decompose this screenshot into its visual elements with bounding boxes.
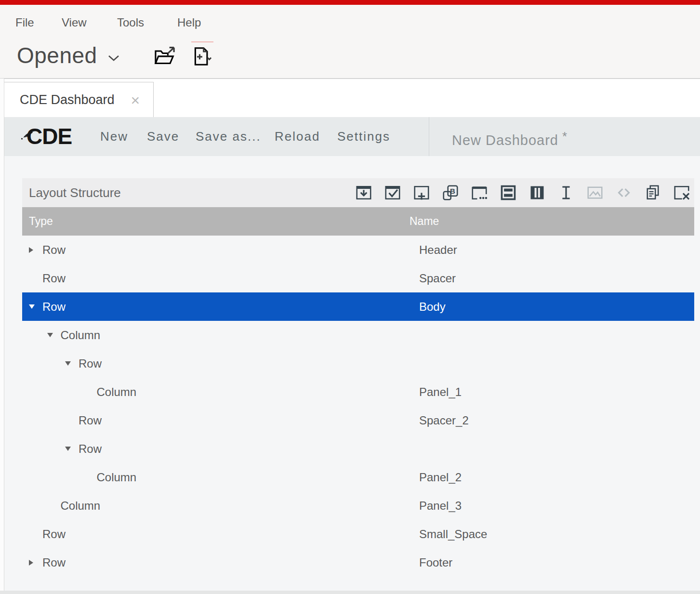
caret-icon — [47, 502, 57, 509]
tree-row[interactable]: Row — [22, 349, 694, 378]
tree-row-name: Body — [419, 292, 446, 321]
tree-table-header: Type Name — [22, 207, 694, 236]
tree-row-name: Spacer — [419, 264, 456, 292]
caret-icon[interactable] — [29, 304, 39, 310]
tree-row[interactable]: Row Body — [22, 292, 694, 321]
tree-row-type: Row — [79, 414, 102, 427]
add-resource-icon[interactable] — [413, 184, 430, 201]
opened-dropdown[interactable]: Opened — [17, 42, 97, 68]
unsaved-marker: * — [562, 129, 568, 144]
bottom-strip — [0, 591, 700, 594]
delete-icon[interactable] — [673, 184, 690, 201]
tree-row-type: Column — [97, 471, 137, 484]
column-header-name: Name — [409, 207, 439, 236]
tab-strip: CDE Dashboard × — [0, 79, 700, 117]
tree-row-type: Row — [42, 300, 66, 314]
tree-row[interactable]: Row — [22, 435, 694, 463]
tree-row-type: Row — [42, 528, 66, 541]
app-header: File View Tools Help Opened — [0, 5, 700, 79]
tree-row[interactable]: Row Spacer — [22, 264, 694, 292]
tree-row[interactable]: Column Panel_1 — [22, 378, 694, 406]
menu-tools[interactable]: Tools — [117, 16, 144, 29]
caret-icon[interactable] — [29, 247, 39, 253]
left-border-line — [4, 79, 4, 594]
tree-row-name: Small_Space — [419, 520, 487, 548]
cde-menu-save-as[interactable]: Save as... — [196, 117, 261, 156]
new-file-hover-indicator — [191, 41, 213, 42]
tree-row[interactable]: Column Panel_2 — [22, 463, 694, 491]
cde-menu-new[interactable]: New — [100, 117, 128, 156]
tree-row-type: Row — [42, 243, 66, 257]
caret-icon — [83, 389, 93, 396]
duplicate-icon[interactable] — [644, 184, 661, 201]
tree-row-name: Footer — [419, 548, 452, 577]
caret-icon — [65, 417, 75, 424]
folder-open-icon[interactable] — [153, 46, 176, 67]
save-as-template-icon[interactable] — [355, 184, 372, 201]
chevron-down-icon[interactable] — [108, 55, 119, 64]
apply-template-icon[interactable] — [384, 184, 401, 201]
add-columns-icon[interactable] — [528, 184, 546, 201]
tree-row-name: Panel_3 — [419, 491, 462, 520]
tab-cde-dashboard[interactable]: CDE Dashboard × — [4, 82, 154, 118]
caret-icon[interactable] — [29, 559, 39, 566]
add-freeform-icon[interactable] — [471, 184, 488, 201]
new-file-icon[interactable] — [192, 46, 211, 68]
layout-toolbar: B — [355, 184, 690, 201]
tree-row-name: Panel_2 — [419, 463, 462, 491]
tab-title: CDE Dashboard — [20, 92, 115, 107]
add-bootstrap-panel-icon[interactable]: B — [442, 184, 459, 201]
svg-text:B: B — [450, 187, 455, 195]
tree-row-type: Row — [42, 272, 66, 285]
toolbar-divider — [429, 117, 429, 156]
menu-view[interactable]: View — [62, 16, 87, 29]
add-html-icon — [615, 184, 633, 201]
menu-file[interactable]: File — [15, 16, 34, 29]
tree-row-name: Spacer_2 — [419, 406, 469, 435]
tree-row[interactable]: Column — [22, 321, 694, 349]
caret-icon[interactable] — [47, 332, 57, 339]
tree-row[interactable]: Column Panel_3 — [22, 491, 694, 520]
add-image-icon — [586, 184, 604, 201]
menu-help[interactable]: Help — [177, 16, 201, 29]
cde-logo: CDE — [26, 122, 72, 151]
tree-row-type: Row — [42, 556, 66, 569]
caret-icon[interactable] — [65, 360, 75, 367]
dashboard-title: New Dashboard* — [452, 117, 568, 156]
tree-row-type: Row — [79, 442, 102, 456]
caret-icon — [29, 275, 39, 282]
caret-icon[interactable] — [65, 446, 75, 452]
layout-tree: Row Header Row Spacer Row Body Column Ro… — [22, 236, 694, 577]
tree-row[interactable]: Row Footer — [22, 548, 694, 577]
cde-menu-reload[interactable]: Reload — [275, 117, 320, 156]
tree-row[interactable]: Row Small_Space — [22, 520, 694, 548]
panel-title: Layout Structure — [29, 185, 121, 200]
layout-structure-panel: Layout Structure B — [22, 178, 694, 577]
caret-icon — [83, 474, 93, 481]
cde-toolbar: CDE New Save Save as... Reload Settings … — [0, 117, 700, 156]
cde-menu-settings[interactable]: Settings — [337, 117, 390, 156]
top-red-bar — [0, 0, 700, 5]
tree-row-type: Column — [61, 499, 101, 513]
tree-row[interactable]: Row Spacer_2 — [22, 406, 694, 435]
layout-panel-header: Layout Structure B — [22, 178, 694, 207]
column-header-type: Type — [29, 207, 53, 236]
tree-row-type: Column — [97, 385, 137, 399]
left-gutter — [0, 79, 4, 594]
add-space-icon[interactable] — [557, 184, 575, 201]
add-row-icon[interactable] — [500, 184, 517, 201]
cde-menu-save[interactable]: Save — [147, 117, 179, 156]
caret-icon — [29, 531, 39, 538]
tree-row-type: Row — [79, 357, 102, 370]
tree-row-name: Header — [419, 236, 457, 264]
pencil-icon — [21, 118, 35, 147]
tree-row-type: Column — [61, 329, 101, 342]
tab-close-icon[interactable]: × — [131, 92, 140, 108]
tree-row-name: Panel_1 — [419, 378, 462, 406]
tree-row[interactable]: Row Header — [22, 236, 694, 264]
